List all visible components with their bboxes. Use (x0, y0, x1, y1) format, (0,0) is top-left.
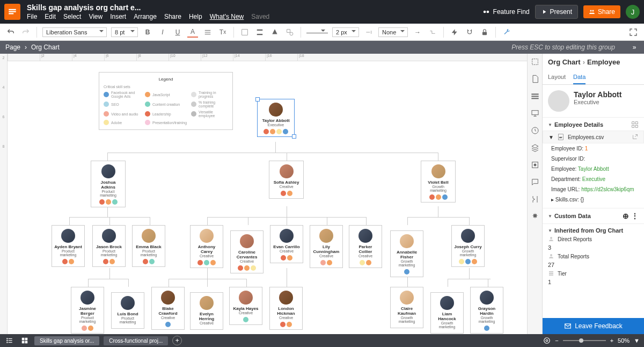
rail-document-icon[interactable] (530, 74, 540, 84)
menu-view[interactable]: View (89, 13, 103, 20)
redo-button[interactable] (20, 27, 31, 38)
line-color-button[interactable] (269, 27, 280, 38)
line-width-select[interactable]: 2 px (332, 27, 359, 37)
bb-add-tab[interactable]: + (172, 336, 182, 345)
org-node[interactable]: Jason Brock Product marketing (92, 225, 126, 267)
rail-history-icon[interactable] (530, 126, 540, 135)
font-size-select[interactable]: 8 pt (111, 27, 138, 37)
org-node[interactable]: Emma Black Product marketing (132, 225, 165, 267)
line-style-select[interactable] (306, 31, 328, 33)
add-icon[interactable]: ⊕ ⋮ (623, 212, 639, 220)
org-node[interactable]: Violet Bell Growth marketing (421, 161, 456, 203)
connector-button[interactable] (427, 27, 438, 38)
target-icon[interactable] (543, 337, 551, 344)
org-node[interactable]: Caroline Cervantes Creative (230, 230, 264, 273)
section-custom-data[interactable]: ▼ Custom Data ⊕ ⋮ (548, 212, 639, 220)
share-button[interactable]: Share (583, 5, 620, 18)
lock-button[interactable] (479, 27, 490, 38)
breadcrumb-page[interactable]: Page (5, 44, 20, 51)
app-logo[interactable] (4, 4, 20, 20)
org-node[interactable]: Annabelle Fisher Growth marketing (390, 230, 423, 277)
org-node[interactable]: Anthony Carey Creative (190, 225, 223, 268)
bb-tab-2[interactable]: Cross-functional proj... (104, 336, 168, 345)
canvas[interactable]: Legend Critical skill sets Facebook and … (8, 61, 527, 334)
rail-magic-icon[interactable] (530, 212, 540, 221)
rp-breadcrumb-1[interactable]: Org Chart (548, 58, 581, 66)
org-node[interactable]: Ayden Bryant Product marketing (52, 225, 85, 267)
wrench-button[interactable] (501, 27, 512, 38)
org-node[interactable]: Kayla Hayes Creative (229, 287, 262, 325)
org-node[interactable]: Liam Hancock Growth marketing (430, 292, 464, 334)
leave-feedback-button[interactable]: Leave Feedback (543, 318, 644, 334)
fullscreen-button[interactable] (628, 27, 639, 38)
clear-format-button[interactable]: Tx (217, 27, 228, 38)
org-node[interactable]: Joseph Curry Growth marketing (451, 225, 485, 267)
menu-arrange[interactable]: Arrange (134, 13, 157, 20)
zoom-in[interactable]: + (610, 337, 613, 344)
align-button[interactable] (202, 27, 213, 38)
legend-box[interactable]: Legend Critical skill sets Facebook and … (99, 72, 233, 130)
node-avatar (319, 229, 333, 243)
org-node[interactable]: Lily Cunningham Creative (310, 225, 343, 268)
bold-button[interactable]: B (142, 27, 153, 38)
tab-layout[interactable]: Layout (548, 70, 566, 84)
menu-whats-new[interactable]: What's New (210, 13, 244, 20)
shape-options-button[interactable] (284, 27, 295, 38)
collapse-right-button[interactable]: » (630, 43, 639, 52)
zoom-out[interactable]: − (555, 337, 558, 344)
org-node[interactable]: Joshua Adkins Product marketing (91, 161, 126, 207)
org-node[interactable]: Claire Kaufman Growth marketing (390, 287, 423, 328)
bb-tab-1[interactable]: Skills gap analysis or... (34, 336, 99, 345)
zoom-level[interactable]: 50% (618, 337, 630, 344)
menu-edit[interactable]: Edit (45, 13, 56, 20)
menu-share[interactable]: Share (164, 13, 181, 20)
rail-selection-icon[interactable] (530, 57, 540, 67)
present-button[interactable]: Present (535, 5, 578, 19)
section-employee-details[interactable]: ▼ Employee Details (548, 121, 639, 128)
rail-present-icon[interactable] (530, 109, 540, 118)
org-node[interactable]: Evelyn Herring Creative (190, 292, 223, 330)
text-color-button[interactable]: A (187, 27, 198, 38)
bb-list-view[interactable] (4, 335, 15, 346)
org-node[interactable]: Blake Crawford Creative (151, 287, 185, 330)
action-button[interactable] (449, 27, 460, 38)
underline-button[interactable]: U (172, 27, 183, 38)
rail-actions-icon[interactable] (530, 194, 540, 204)
menu-help[interactable]: Help (189, 13, 202, 20)
org-node[interactable]: Taylor Abbott Executive (257, 99, 295, 137)
menu-file[interactable]: File (27, 13, 37, 20)
section-inherited[interactable]: ▼ Inherited from Org Chart (548, 227, 639, 234)
rp-breadcrumb-2[interactable]: Employee (587, 58, 620, 66)
org-node[interactable]: Grayson Hardin Growth marketing (470, 287, 503, 334)
rail-data-icon[interactable] (530, 160, 540, 170)
org-node[interactable]: Parker Collier Creative (349, 225, 382, 268)
org-node[interactable]: Jasmine Berger Product marketing (71, 287, 104, 334)
arrow-right-select[interactable]: → (412, 27, 423, 38)
rail-layers-icon[interactable] (530, 143, 540, 153)
tab-data[interactable]: Data (573, 70, 586, 84)
fill-button[interactable] (239, 27, 250, 38)
font-family-select[interactable]: Liberation Sans (42, 27, 107, 37)
italic-button[interactable]: I (157, 27, 168, 38)
org-node[interactable]: Evan Carrillo Creative (270, 225, 303, 263)
zoom-slider[interactable] (563, 340, 606, 341)
border-button[interactable] (254, 27, 265, 38)
menu-insert[interactable]: Insert (110, 13, 126, 20)
magnet-button[interactable] (464, 27, 475, 38)
rail-sliders-icon[interactable] (530, 91, 540, 101)
feature-find[interactable]: Feature Find (482, 8, 530, 16)
undo-button[interactable] (5, 27, 16, 38)
org-node[interactable]: London Hickman Creative (269, 287, 303, 330)
breadcrumb-chart[interactable]: Org Chart (31, 44, 60, 51)
org-node[interactable]: Luis Bond Product marketing (111, 292, 144, 329)
org-node[interactable]: Sofia Ashley Creative (269, 161, 304, 199)
menu-select[interactable]: Select (63, 13, 81, 20)
line-type-select[interactable]: None (378, 27, 408, 37)
rail-comment-icon[interactable] (530, 177, 540, 187)
external-link-icon[interactable] (632, 134, 638, 140)
arrow-left-select[interactable] (363, 27, 374, 38)
grid-icon[interactable] (631, 121, 639, 128)
bb-grid-view[interactable] (19, 335, 30, 346)
user-avatar[interactable]: J (626, 5, 640, 19)
doc-title[interactable]: Skills gap analysis org chart e... (27, 3, 269, 12)
